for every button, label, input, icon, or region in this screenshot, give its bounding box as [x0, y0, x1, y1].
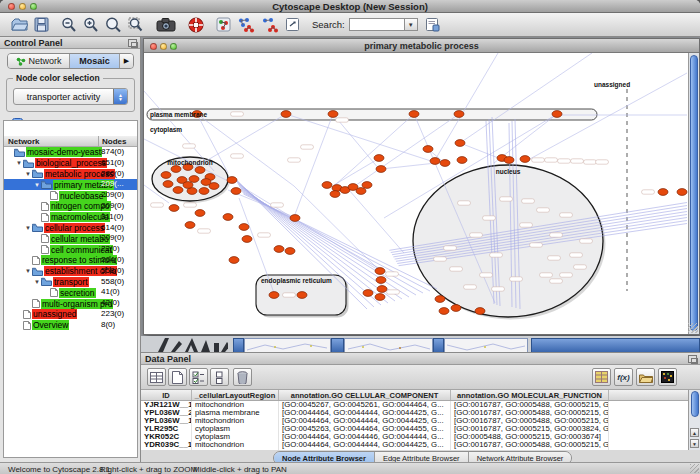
expand-arrow-icon[interactable]: ▼ — [33, 279, 41, 285]
expand-arrow-icon[interactable]: ▼ — [15, 160, 23, 166]
tree-row[interactable]: ▼metabolic process280(0) — [4, 169, 137, 180]
network-node[interactable] — [504, 157, 514, 164]
network-node[interactable] — [269, 292, 279, 299]
network-edge[interactable] — [349, 190, 404, 253]
tree-row[interactable]: ▼transport558(0) — [4, 277, 137, 288]
network-node[interactable] — [374, 155, 384, 162]
network-node[interactable] — [328, 111, 338, 118]
network-node[interactable] — [356, 188, 366, 195]
canvas-vertical-scrollbar[interactable] — [688, 53, 699, 334]
enhanced-search-button[interactable] — [422, 15, 443, 35]
table-row[interactable]: YJR121W__1mitochondrion[GO:0045267, GO:0… — [141, 401, 688, 409]
network-node[interactable] — [330, 191, 340, 198]
network-node[interactable] — [454, 111, 464, 118]
network-tool-button-3[interactable] — [258, 15, 282, 35]
attribute-table-button[interactable] — [147, 368, 166, 386]
network-node[interactable] — [195, 167, 205, 174]
scroll-up-icon[interactable]: ▲ — [690, 428, 699, 437]
column-header[interactable]: _cellularLayoutRegion — [192, 390, 279, 400]
zoom-out-button[interactable] — [58, 15, 80, 35]
table-row[interactable]: YKR052Ccytoplasm[GO:0044464, GO:0044446,… — [141, 433, 688, 441]
network-node[interactable] — [376, 277, 386, 284]
frame-resize-grip[interactable] — [688, 323, 698, 333]
network-edge[interactable] — [244, 188, 380, 271]
network-node[interactable] — [322, 182, 332, 189]
network-node[interactable] — [409, 111, 419, 118]
network-node[interactable] — [231, 188, 241, 195]
save-session-button[interactable] — [31, 15, 52, 35]
network-edge[interactable] — [294, 114, 333, 217]
zoom-fit-button[interactable] — [125, 15, 147, 35]
tree-row[interactable]: cell communicat22(0) — [4, 244, 137, 255]
tree-row[interactable]: cellular metabo209(0) — [4, 233, 137, 244]
network-node[interactable] — [183, 182, 193, 189]
search-dropdown-button[interactable]: ▼ — [405, 18, 418, 31]
network-node[interactable] — [520, 156, 530, 163]
tree-row[interactable]: ▼cellular process614(0) — [4, 223, 137, 234]
network-node[interactable] — [451, 305, 461, 312]
expand-arrow-icon[interactable]: ▼ — [33, 182, 41, 188]
network-tool-button-2[interactable] — [234, 15, 258, 35]
network-edge[interactable] — [334, 159, 378, 185]
network-node[interactable] — [242, 236, 252, 243]
tree-row[interactable]: response to stimulu264(0) — [4, 255, 137, 266]
expand-arrow-icon[interactable]: ▼ — [24, 171, 32, 177]
snapshot-button[interactable] — [153, 15, 179, 35]
tab-overflow-arrow[interactable]: ▶ — [120, 54, 133, 68]
network-node[interactable] — [171, 166, 181, 173]
expand-arrow-icon[interactable]: ▼ — [24, 268, 32, 274]
network-node[interactable] — [285, 248, 295, 255]
network-node[interactable] — [209, 183, 219, 190]
formula-builder-button[interactable]: f(x) — [614, 368, 633, 386]
window-resize-grip[interactable] — [690, 464, 699, 473]
delete-attribute-button[interactable] — [233, 368, 252, 386]
network-node[interactable] — [185, 222, 195, 229]
network-node[interactable] — [195, 210, 205, 217]
network-node[interactable] — [297, 292, 307, 299]
tree-row[interactable]: multi-organism pro42(0) — [4, 298, 137, 309]
frame-titlebar[interactable]: primary metabolic process — [144, 39, 699, 53]
float-panel-icon[interactable] — [128, 39, 137, 47]
background-frame-fragment[interactable] — [444, 338, 528, 352]
tree-row[interactable]: unassigned223(0) — [4, 309, 137, 320]
column-header[interactable]: ID — [141, 390, 192, 400]
matrix-view-button[interactable] — [658, 368, 677, 386]
network-node[interactable] — [430, 158, 440, 165]
background-frame-fragment[interactable] — [244, 338, 331, 352]
tab-mosaic[interactable]: Mosaic — [70, 54, 120, 68]
background-frame-edge[interactable] — [331, 338, 344, 352]
plasma-membrane-region[interactable] — [147, 109, 597, 120]
network-node[interactable] — [457, 157, 467, 164]
network-node[interactable] — [199, 188, 209, 195]
attribute-batch-button[interactable] — [592, 368, 611, 386]
scroll-down-icon[interactable]: ▼ — [690, 439, 699, 448]
tree-row[interactable]: secretion41(0) — [4, 287, 137, 298]
background-frame-edge[interactable] — [433, 338, 444, 352]
network-node[interactable] — [363, 290, 373, 297]
node-color-dropdown[interactable]: transporter activity ▲▼ — [13, 88, 128, 105]
table-row[interactable]: YLR295Ccytoplasm[GO:0045263, GO:0044464,… — [141, 425, 688, 433]
tree-row[interactable]: Overview8(0) — [4, 320, 137, 331]
attribute-table[interactable]: ID_cellularLayoutRegionannotation.GO CEL… — [141, 390, 688, 450]
tree-row[interactable]: ▼biological_process651(0) — [4, 158, 137, 169]
expand-arrow-icon[interactable]: ▼ — [24, 225, 32, 231]
network-node[interactable] — [281, 111, 291, 118]
network-node[interactable] — [658, 189, 668, 196]
column-header[interactable]: annotation.GO MOLECULAR_FUNCTION — [451, 390, 609, 400]
network-view-frame[interactable]: primary metabolic process plasma membran… — [143, 38, 700, 335]
network-canvas[interactable]: plasma membranecytoplasmmitochondrionnuc… — [144, 53, 688, 334]
network-edge[interactable] — [286, 114, 434, 162]
tree-row[interactable]: macromolecule311(0) — [4, 212, 137, 223]
network-node[interactable] — [163, 181, 173, 188]
float-panel-icon[interactable] — [688, 355, 697, 363]
open-file-button[interactable] — [8, 15, 31, 35]
table-vertical-scrollbar[interactable]: ▲ ▼ — [688, 390, 700, 450]
network-node[interactable] — [475, 308, 485, 315]
network-node[interactable] — [375, 294, 385, 301]
tab-network[interactable]: Network — [8, 54, 70, 68]
tree-row[interactable]: ▼establishment of lo558(0) — [4, 266, 137, 277]
network-node[interactable] — [552, 111, 562, 118]
search-input[interactable] — [349, 18, 405, 31]
network-tool-button-1[interactable] — [213, 15, 234, 35]
network-tool-button-4[interactable] — [282, 15, 304, 35]
